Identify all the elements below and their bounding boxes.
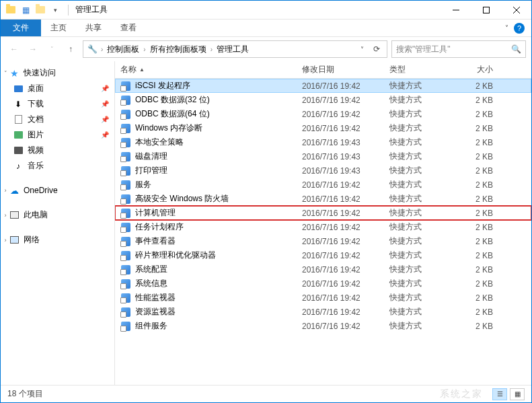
column-size[interactable]: 大小	[451, 64, 498, 75]
navigation-pane[interactable]: ˅ ★ 快速访问 桌面📌⬇下载📌文档📌图片📌视频♪音乐 › ☁ OneDrive…	[1, 61, 115, 385]
address-bar[interactable]: 🔧 › 控制面板 › 所有控制面板项 › 管理工具 ˅ ⟳	[83, 40, 387, 58]
separator	[68, 5, 69, 15]
sidebar-item[interactable]: 图片📌	[1, 127, 114, 143]
pic-ic-icon	[13, 130, 24, 141]
file-name: 系统信息	[135, 278, 167, 289]
location-icon: 🔧	[86, 43, 98, 55]
file-row[interactable]: 打印管理 2016/7/16 19:43 快捷方式 2 KB	[115, 163, 531, 178]
minimize-button[interactable]	[441, 1, 471, 20]
close-button[interactable]	[501, 1, 531, 20]
download-ic-icon: ⬇	[13, 99, 24, 110]
file-size: 2 KB	[451, 237, 498, 246]
details-view-button[interactable]: ☰	[492, 388, 507, 400]
watermark: 系统之家	[440, 388, 483, 400]
breadcrumb-item[interactable]: 控制面板	[106, 44, 141, 55]
file-name: 磁盘清理	[135, 151, 167, 162]
search-icon: 🔍	[511, 44, 521, 54]
file-type: 快捷方式	[384, 165, 451, 176]
sidebar-item[interactable]: 文档📌	[1, 112, 114, 127]
nav-back-button[interactable]: ←	[6, 41, 22, 57]
file-row[interactable]: ODBC 数据源(64 位) 2016/7/16 19:42 快捷方式 2 KB	[115, 107, 531, 121]
search-input[interactable]: 搜索"管理工具" 🔍	[391, 40, 526, 58]
sidebar-network[interactable]: › 网络	[1, 232, 114, 248]
help-icon[interactable]: ?	[514, 23, 525, 34]
file-date: 2016/7/16 19:42	[297, 265, 384, 274]
file-row[interactable]: 高级安全 Windows 防火墙 2016/7/16 19:42 快捷方式 2 …	[115, 192, 531, 206]
file-row[interactable]: 磁盘清理 2016/7/16 19:43 快捷方式 2 KB	[115, 149, 531, 163]
expand-icon[interactable]: ›	[2, 187, 9, 194]
chevron-right-icon[interactable]: ›	[100, 46, 104, 53]
file-date: 2016/7/16 19:43	[297, 166, 384, 176]
file-size: 2 KB	[451, 223, 498, 232]
nav-up-button[interactable]: ↑	[63, 41, 79, 57]
sidebar-item[interactable]: ♪音乐	[1, 158, 114, 174]
file-date: 2016/7/16 19:42	[297, 307, 384, 317]
sidebar-onedrive[interactable]: › ☁ OneDrive	[1, 183, 114, 198]
file-date: 2016/7/16 19:43	[297, 138, 384, 147]
sidebar-item[interactable]: ⬇下载📌	[1, 96, 114, 112]
file-type: 快捷方式	[384, 80, 451, 91]
breadcrumb-item[interactable]: 所有控制面板项	[149, 44, 208, 55]
file-row[interactable]: 任务计划程序 2016/7/16 19:42 快捷方式 2 KB	[115, 220, 531, 234]
breadcrumb-item[interactable]: 管理工具	[215, 44, 250, 55]
file-size: 2 KB	[451, 251, 498, 260]
ribbon-tabs: 文件 主页 共享 查看 ˅ ?	[1, 20, 531, 37]
qat-customize-icon[interactable]: ▾	[49, 4, 61, 16]
pin-icon: 📌	[101, 100, 109, 108]
expand-icon[interactable]: ›	[2, 237, 9, 244]
expand-icon[interactable]: ›	[2, 212, 9, 219]
ribbon-expand-icon[interactable]: ˅	[505, 24, 508, 32]
file-date: 2016/7/16 19:43	[297, 152, 384, 161]
shortcut-icon	[120, 166, 131, 176]
file-row[interactable]: 服务 2016/7/16 19:42 快捷方式 2 KB	[115, 178, 531, 192]
sidebar-item-label: 图片	[28, 129, 44, 141]
file-type: 快捷方式	[384, 235, 451, 247]
file-list[interactable]: iSCSI 发起程序 2016/7/16 19:42 快捷方式 2 KB ODB…	[115, 79, 531, 385]
shortcut-icon	[120, 194, 131, 205]
file-tab[interactable]: 文件	[1, 20, 41, 36]
sidebar-item[interactable]: 桌面📌	[1, 81, 114, 96]
file-row[interactable]: 本地安全策略 2016/7/16 19:43 快捷方式 2 KB	[115, 135, 531, 149]
pc-icon	[9, 210, 20, 221]
file-row[interactable]: 碎片整理和优化驱动器 2016/7/16 19:42 快捷方式 2 KB	[115, 248, 531, 262]
shortcut-icon	[120, 81, 131, 91]
nav-forward-button[interactable]: →	[25, 41, 41, 57]
column-name[interactable]: 名称▲	[115, 64, 297, 75]
file-row[interactable]: Windows 内存诊断 2016/7/16 19:42 快捷方式 2 KB	[115, 121, 531, 135]
file-row[interactable]: 事件查看器 2016/7/16 19:42 快捷方式 2 KB	[115, 234, 531, 248]
chevron-right-icon[interactable]: ›	[209, 46, 214, 53]
file-name: Windows 内存诊断	[135, 122, 202, 134]
properties-icon[interactable]: ▦	[20, 4, 32, 16]
column-date[interactable]: 修改日期	[297, 64, 384, 75]
column-type[interactable]: 类型	[384, 64, 451, 75]
shortcut-icon	[120, 264, 131, 275]
sidebar-this-pc[interactable]: › 此电脑	[1, 207, 114, 223]
maximize-button[interactable]	[471, 1, 501, 20]
tab-share[interactable]: 共享	[76, 20, 111, 36]
chevron-right-icon[interactable]: ›	[142, 46, 147, 53]
file-row[interactable]: 计算机管理 2016/7/16 19:42 快捷方式 2 KB	[115, 206, 531, 220]
file-row[interactable]: ODBC 数据源(32 位) 2016/7/16 19:42 快捷方式 2 KB	[115, 93, 531, 107]
pin-icon: 📌	[101, 131, 109, 139]
sidebar-item[interactable]: 视频	[1, 143, 114, 158]
address-dropdown-icon[interactable]: ˅	[354, 42, 369, 57]
file-type: 快捷方式	[384, 207, 451, 219]
expand-icon[interactable]: ˅	[2, 70, 9, 77]
tab-view[interactable]: 查看	[111, 20, 146, 36]
file-row[interactable]: 系统配置 2016/7/16 19:42 快捷方式 2 KB	[115, 262, 531, 277]
new-folder-icon[interactable]	[34, 4, 46, 16]
file-row[interactable]: 系统信息 2016/7/16 19:42 快捷方式 2 KB	[115, 277, 531, 291]
refresh-icon[interactable]: ⟳	[369, 42, 384, 57]
file-row[interactable]: 性能监视器 2016/7/16 19:42 快捷方式 2 KB	[115, 291, 531, 305]
tab-home[interactable]: 主页	[41, 20, 76, 36]
file-row[interactable]: iSCSI 发起程序 2016/7/16 19:42 快捷方式 2 KB	[115, 79, 531, 93]
thumbnails-view-button[interactable]: ▦	[510, 388, 525, 400]
file-row[interactable]: 资源监视器 2016/7/16 19:42 快捷方式 2 KB	[115, 305, 531, 319]
nav-recent-dropdown[interactable]: ˅	[44, 41, 60, 57]
sidebar-quick-access[interactable]: ˅ ★ 快速访问	[1, 65, 114, 81]
file-name: 任务计划程序	[135, 221, 184, 233]
file-date: 2016/7/16 19:42	[297, 180, 384, 190]
shortcut-icon	[120, 137, 131, 148]
file-type: 快捷方式	[384, 137, 451, 148]
file-row[interactable]: 组件服务 2016/7/16 19:42 快捷方式 2 KB	[115, 319, 531, 333]
